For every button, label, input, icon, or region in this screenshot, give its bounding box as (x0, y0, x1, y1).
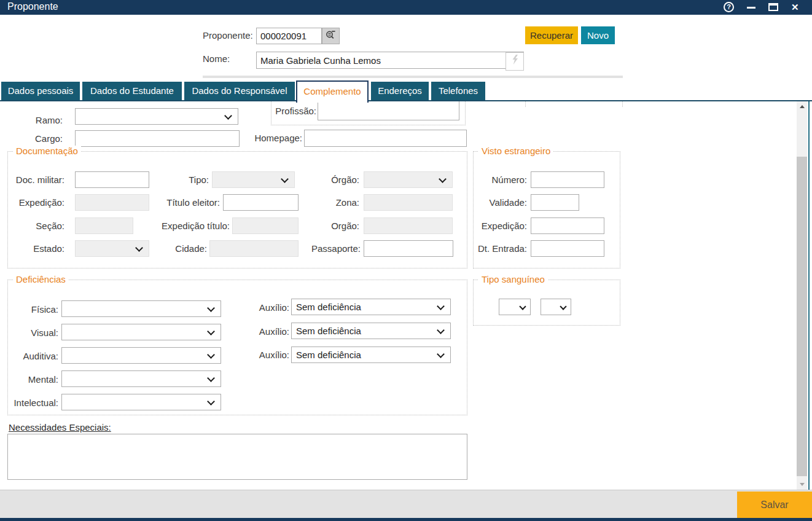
fisica-label: Física: (9, 304, 58, 315)
tipo-sanguineo-legend: Tipo sanguíneo (478, 274, 548, 284)
documentacao-legend: Documentação (13, 146, 81, 156)
search-icon (326, 29, 336, 42)
expedicao-input (75, 194, 149, 211)
lightning-button[interactable] (506, 52, 524, 71)
expedicao-titulo-input (232, 217, 299, 234)
recuperar-button[interactable]: Recuperar (525, 26, 578, 44)
footer-bar (0, 490, 812, 518)
tab-telefones[interactable]: Telefones (431, 82, 485, 100)
auxilio-2-label: Auxílio: (243, 326, 289, 337)
orgao2-label: Orgão: (309, 221, 359, 231)
cargo-input[interactable] (75, 130, 240, 147)
mental-select[interactable] (61, 370, 221, 387)
passaporte-input[interactable] (364, 240, 453, 257)
minimize-icon (747, 7, 755, 9)
profissao-label: Profissão: (268, 106, 316, 116)
expedicao-titulo-label: Expedição título: (154, 221, 230, 231)
header-divider (203, 76, 623, 78)
cidade-input (209, 240, 299, 257)
estado-label: Estado: (14, 243, 64, 254)
titulo-eleitor-label: Título eleitor: (165, 197, 220, 208)
proponente-window: Proponente ? ✕ Proponente: Recuperar Nov… (0, 0, 812, 521)
estado-select (75, 240, 149, 257)
visto-expedicao-label: Expedição: (477, 221, 527, 231)
tab-complemento[interactable]: Complemento (296, 80, 369, 103)
auxilio-2-select[interactable]: Sem deficiência (291, 323, 451, 339)
mental-label: Mental: (9, 374, 58, 385)
visual-select[interactable] (61, 324, 221, 340)
deficiencias-legend: Deficiências (13, 274, 69, 284)
window-bottom-border (0, 518, 812, 521)
intelectual-select[interactable] (61, 394, 221, 410)
close-button[interactable]: ✕ (791, 0, 799, 15)
close-icon: ✕ (791, 2, 799, 12)
maximize-button[interactable] (768, 3, 778, 18)
tipo-select (212, 171, 295, 188)
help-icon: ? (724, 2, 734, 12)
visual-label: Visual: (9, 327, 58, 338)
tab-dados-do-estudante[interactable]: Dados do Estudante (82, 82, 182, 100)
search-button[interactable] (322, 28, 340, 44)
secao-input (75, 217, 133, 234)
expedicao-label: Expedição: (14, 197, 64, 208)
salvar-button[interactable]: Salvar (737, 492, 812, 518)
scroll-down-icon (800, 483, 805, 486)
auditiva-label: Auditiva: (9, 351, 58, 361)
ramo-select[interactable] (75, 108, 238, 125)
vertical-scrollbar[interactable] (797, 101, 807, 490)
nome-label: Nome: (203, 53, 230, 64)
auxilio-1-select[interactable]: Sem deficiência (291, 299, 451, 315)
passaporte-label: Passaporte: (307, 243, 361, 254)
zona-label: Zona: (309, 197, 359, 208)
help-button[interactable]: ? (724, 2, 734, 17)
scroll-thumb[interactable] (797, 157, 807, 476)
tab-dados-pessoais[interactable]: Dados pessoais (1, 82, 80, 100)
visto-estrangeiro-legend: Visto estrangeiro (478, 146, 553, 156)
orgao-select (364, 171, 453, 188)
fisica-select[interactable] (61, 300, 221, 317)
visto-expedicao-input[interactable] (531, 217, 604, 234)
proponente-input[interactable] (256, 28, 322, 44)
lightning-icon (511, 55, 519, 68)
titlebar: Proponente ? ✕ (0, 0, 812, 15)
cidade-label: Cidade: (154, 243, 207, 254)
auxilio-3-label: Auxílio: (243, 350, 289, 360)
proponente-label: Proponente: (203, 30, 253, 41)
doc-militar-input[interactable] (75, 171, 149, 188)
dt-entrada-label: Dt. Entrada: (473, 243, 527, 254)
numero-input[interactable] (531, 171, 604, 188)
window-title: Proponente (7, 1, 58, 12)
intelectual-label: Intelectual: (9, 398, 58, 408)
novo-button[interactable]: Novo (581, 26, 615, 44)
dotted-fragment-1 (525, 101, 526, 107)
zona-input (364, 194, 453, 211)
tipo-label: Tipo: (158, 174, 209, 185)
dt-entrada-input[interactable] (531, 240, 604, 257)
ramo-label: Ramo: (12, 115, 63, 125)
tipo-sanguineo-select[interactable] (499, 299, 531, 315)
nome-input[interactable] (256, 52, 524, 69)
validade-label: Validade: (477, 197, 527, 208)
profissao-input[interactable] (318, 101, 459, 120)
tab-enderecos[interactable]: Endereços (371, 82, 429, 100)
numero-label: Número: (477, 174, 527, 185)
auxilio-3-select[interactable]: Sem deficiência (291, 347, 451, 363)
fator-rh-select[interactable] (541, 299, 571, 315)
scroll-up-button[interactable] (797, 101, 807, 112)
auxilio-1-label: Auxílio: (243, 302, 289, 313)
cargo-label: Cargo: (12, 133, 63, 144)
orgao2-input (364, 217, 453, 234)
necessidades-especiais-label: Necessidades Especiais: (9, 422, 111, 433)
auditiva-select[interactable] (61, 347, 221, 364)
scroll-down-button[interactable] (797, 479, 807, 490)
tab-bottom-border (0, 100, 812, 101)
minimize-button[interactable] (747, 7, 755, 22)
orgao-label: Órgão: (309, 174, 359, 185)
maximize-icon (768, 3, 778, 11)
titulo-eleitor-input[interactable] (223, 194, 299, 211)
secao-label: Seção: (14, 221, 64, 231)
necessidades-especiais-textarea[interactable] (7, 434, 467, 480)
validade-input[interactable] (531, 194, 579, 211)
homepage-input[interactable] (304, 130, 467, 147)
tab-dados-do-responsavel[interactable]: Dados do Responsável (184, 82, 295, 100)
